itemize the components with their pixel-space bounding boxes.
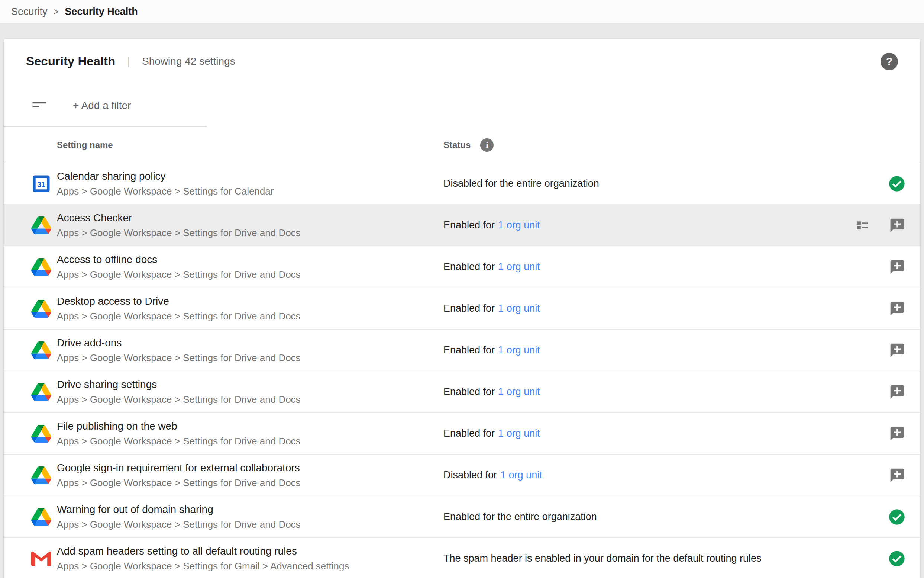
table-row[interactable]: File publishing on the web Apps > Google… — [4, 413, 920, 455]
status-text: Enabled for — [443, 219, 495, 231]
table-row[interactable]: Desktop access to Drive Apps > Google Wo… — [4, 288, 920, 330]
drive-icon — [31, 425, 51, 443]
table-row[interactable]: Access to offline docs Apps > Google Wor… — [4, 246, 920, 288]
setting-name: File publishing on the web — [57, 420, 443, 432]
setting-name: Access to offline docs — [57, 254, 443, 266]
table-row[interactable]: Warning for out of domain sharing Apps >… — [4, 496, 920, 538]
column-header-setting-name: Setting name — [57, 140, 443, 150]
drive-icon — [31, 466, 51, 484]
status-org-unit-link[interactable]: 1 org unit — [498, 344, 540, 356]
drive-icon — [31, 341, 51, 359]
settings-table-body: 31 Calendar sharing policy Apps > Google… — [4, 163, 920, 578]
security-health-card: Security Health | Showing 42 settings ? … — [4, 39, 920, 578]
breadcrumb-security-link[interactable]: Security — [11, 6, 48, 18]
calendar-icon: 31 — [31, 174, 51, 194]
recommendation-icon[interactable] — [889, 217, 905, 234]
setting-name: Google sign-in requirement for external … — [57, 462, 443, 474]
setting-name: Access Checker — [57, 212, 443, 224]
org-units-icon[interactable] — [855, 218, 870, 233]
drive-icon — [31, 300, 51, 318]
status-text: Enabled for — [443, 428, 495, 439]
status-text: Enabled for — [443, 386, 495, 397]
setting-status: The spam header is enabled in your domai… — [443, 553, 809, 564]
status-text: Disabled for the entire organization — [443, 178, 599, 189]
drive-icon — [31, 508, 51, 526]
check-circle-icon — [888, 550, 905, 567]
table-header-row: Setting name Status i — [4, 127, 920, 163]
table-row[interactable]: Access Checker Apps > Google Workspace >… — [4, 205, 920, 246]
table-row[interactable]: 31 Calendar sharing policy Apps > Google… — [4, 163, 920, 205]
check-circle-icon — [888, 508, 905, 526]
recommendation-icon[interactable] — [889, 384, 905, 400]
setting-status: Enabled for the entire organization — [443, 511, 809, 523]
column-header-status: Status — [443, 140, 471, 150]
setting-path: Apps > Google Workspace > Settings for C… — [57, 186, 443, 197]
svg-text:31: 31 — [37, 180, 45, 188]
breadcrumb-separator: > — [53, 6, 59, 17]
setting-path: Apps > Google Workspace > Settings for D… — [57, 519, 443, 530]
drive-icon — [31, 258, 51, 276]
setting-status: Enabled for1 org unit — [443, 344, 809, 356]
setting-status: Disabled for1 org unit — [443, 469, 809, 481]
card-header: Security Health | Showing 42 settings ? — [4, 39, 920, 84]
status-org-unit-link[interactable]: 1 org unit — [498, 219, 540, 231]
title-divider: | — [127, 55, 130, 68]
table-row[interactable]: Google sign-in requirement for external … — [4, 455, 920, 496]
status-org-unit-link[interactable]: 1 org unit — [498, 261, 540, 272]
recommendation-icon[interactable] — [889, 342, 905, 359]
gmail-icon — [31, 551, 51, 566]
help-icon[interactable]: ? — [880, 53, 898, 70]
settings-count-label: Showing 42 settings — [142, 55, 235, 67]
setting-status: Disabled for the entire organization — [443, 178, 809, 189]
recommendation-icon[interactable] — [889, 425, 905, 442]
setting-path: Apps > Google Workspace > Settings for D… — [57, 477, 443, 489]
setting-status: Enabled for1 org unit — [443, 219, 809, 231]
setting-name: Warning for out of domain sharing — [57, 503, 443, 516]
recommendation-icon[interactable] — [889, 467, 905, 484]
check-circle-icon — [888, 175, 905, 192]
status-org-unit-link[interactable]: 1 org unit — [498, 428, 540, 439]
status-org-unit-link[interactable]: 1 org unit — [500, 469, 542, 481]
add-filter-button[interactable]: + Add a filter — [73, 100, 131, 112]
status-org-unit-link[interactable]: 1 org unit — [498, 386, 540, 397]
status-text: Enabled for the entire organization — [443, 511, 597, 522]
status-info-icon[interactable]: i — [480, 138, 494, 152]
status-org-unit-link[interactable]: 1 org unit — [498, 303, 540, 314]
recommendation-icon[interactable] — [889, 259, 905, 275]
setting-path: Apps > Google Workspace > Settings for D… — [57, 310, 443, 322]
breadcrumb: Security > Security Health — [0, 0, 924, 23]
setting-path: Apps > Google Workspace > Settings for D… — [57, 227, 443, 239]
table-row[interactable]: Add spam headers setting to all default … — [4, 538, 920, 578]
status-text: Enabled for — [443, 261, 495, 272]
filter-bar: + Add a filter — [4, 84, 920, 127]
setting-status: Enabled for1 org unit — [443, 261, 809, 273]
status-text: Enabled for — [443, 344, 495, 356]
breadcrumb-current-page: Security Health — [65, 6, 138, 18]
setting-name: Drive add-ons — [57, 337, 443, 349]
drive-icon — [31, 216, 51, 234]
setting-path: Apps > Google Workspace > Settings for D… — [57, 352, 443, 364]
setting-path: Apps > Google Workspace > Settings for D… — [57, 435, 443, 447]
setting-status: Enabled for1 org unit — [443, 386, 809, 398]
status-text: Disabled for — [443, 469, 497, 481]
table-row[interactable]: Drive sharing settings Apps > Google Wor… — [4, 371, 920, 413]
filter-icon[interactable] — [31, 97, 48, 114]
page-title: Security Health — [26, 54, 115, 68]
status-text: The spam header is enabled in your domai… — [443, 553, 762, 564]
setting-status: Enabled for1 org unit — [443, 303, 809, 314]
table-row[interactable]: Drive add-ons Apps > Google Workspace > … — [4, 330, 920, 371]
setting-path: Apps > Google Workspace > Settings for D… — [57, 269, 443, 281]
setting-path: Apps > Google Workspace > Settings for G… — [57, 560, 443, 572]
setting-path: Apps > Google Workspace > Settings for D… — [57, 394, 443, 406]
setting-status: Enabled for1 org unit — [443, 428, 809, 439]
status-text: Enabled for — [443, 303, 495, 314]
setting-name: Desktop access to Drive — [57, 295, 443, 307]
setting-name: Drive sharing settings — [57, 378, 443, 391]
setting-name: Add spam headers setting to all default … — [57, 545, 443, 557]
setting-name: Calendar sharing policy — [57, 170, 443, 182]
recommendation-icon[interactable] — [889, 300, 905, 317]
drive-icon — [31, 383, 51, 401]
